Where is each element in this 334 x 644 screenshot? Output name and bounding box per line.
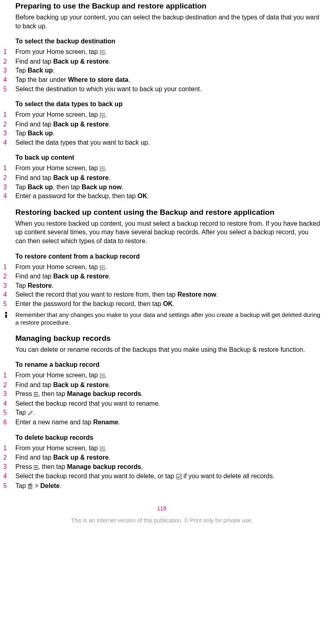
step-number: 1 <box>3 164 7 173</box>
step-text: From your Home screen, tap <box>15 165 100 171</box>
step-bold: Back up <box>28 130 53 137</box>
step-text: From your Home screen, tap <box>15 372 100 379</box>
svg-point-31 <box>102 267 103 268</box>
svg-point-22 <box>102 168 103 169</box>
step-bold: Rename <box>93 419 118 426</box>
step-number: 3 <box>3 281 7 290</box>
step-text: Select the data types that you want to b… <box>15 139 150 146</box>
svg-point-10 <box>102 113 103 114</box>
step-text: Tap <box>15 282 28 289</box>
step-text: Find and tap <box>15 174 53 181</box>
step-number: 4 <box>3 75 7 84</box>
list-item: 2 Find and tap Back up & restore. <box>3 453 320 462</box>
pencil-icon <box>28 409 33 417</box>
svg-rect-47 <box>34 392 38 393</box>
sub-rename-record: To rename a backup record <box>3 361 320 368</box>
list-item: 2 Find and tap Back up & restore. <box>3 272 320 281</box>
note-restore-warning: Remember that any changes you make to yo… <box>3 311 320 327</box>
sub-select-data-types: To select the data types to back up <box>3 101 320 108</box>
svg-rect-60 <box>34 467 38 468</box>
step-text: . <box>108 174 110 181</box>
svg-rect-37 <box>5 315 7 318</box>
menu-icon <box>34 463 38 472</box>
menu-icon <box>34 390 38 399</box>
svg-point-56 <box>100 450 101 451</box>
step-text: Select the destination to which you want… <box>15 86 202 92</box>
step-text: From your Home screen, tap <box>15 445 100 451</box>
step-text: . <box>105 445 106 451</box>
step-number: 5 <box>3 481 7 490</box>
step-bold: Where to store data <box>68 76 128 83</box>
step-number: 3 <box>3 66 7 75</box>
step-bold: Delete <box>40 482 60 489</box>
apps-grid-icon <box>100 263 105 272</box>
svg-point-50 <box>100 446 101 447</box>
step-bold: Back up & restore <box>53 58 108 65</box>
step-bold: Back up now <box>82 184 122 190</box>
svg-point-54 <box>102 448 103 449</box>
step-text: Find and tap <box>15 121 53 128</box>
para-managing: You can delete or rename records of the … <box>3 345 320 354</box>
step-bold: Manage backup records <box>67 463 141 470</box>
step-number: 1 <box>3 110 7 119</box>
svg-point-6 <box>100 54 101 55</box>
steps-select-data-types: 1 From your Home screen, tap . 2 Find an… <box>3 110 320 147</box>
svg-point-13 <box>102 115 103 116</box>
step-text: . <box>128 76 130 83</box>
step-number: 1 <box>3 263 7 272</box>
step-bold: OK <box>138 193 147 199</box>
svg-point-15 <box>100 117 101 118</box>
step-text: . <box>105 263 106 270</box>
step-number: 5 <box>3 85 7 94</box>
list-item: 5 Tap > Delete. <box>3 481 320 491</box>
step-text: . <box>105 48 106 55</box>
step-text: . <box>53 130 55 137</box>
step-text: if you want to delete all records. <box>182 473 274 479</box>
sub-delete-records: To delete backup records <box>3 434 320 441</box>
step-text: . <box>118 419 120 426</box>
step-number: 2 <box>3 453 7 462</box>
svg-point-1 <box>102 50 103 51</box>
svg-point-24 <box>100 170 101 171</box>
apps-grid-icon <box>100 48 105 57</box>
step-number: 2 <box>3 272 7 281</box>
step-number: 2 <box>3 173 7 182</box>
svg-point-16 <box>102 117 103 118</box>
svg-point-30 <box>100 267 101 268</box>
warning-icon <box>3 311 15 319</box>
step-text: . <box>105 111 106 118</box>
list-item: 5 Select the destination to which you wa… <box>3 85 320 94</box>
svg-point-28 <box>102 265 103 266</box>
step-text: Find and tap <box>15 58 53 65</box>
step-number: 1 <box>3 444 7 453</box>
trash-icon <box>28 482 33 491</box>
para-restoring: When you restore backed up content, you … <box>3 219 320 246</box>
step-text: . <box>147 193 149 199</box>
step-text: Press <box>15 390 34 397</box>
step-text: . <box>108 454 110 461</box>
list-item: 1 From your Home screen, tap . <box>3 164 320 173</box>
step-text: Find and tap <box>15 454 53 461</box>
svg-rect-65 <box>30 484 31 484</box>
sub-restore-from-record: To restore content from a backup record <box>3 253 320 260</box>
svg-point-41 <box>100 375 101 377</box>
step-number: 6 <box>3 418 7 427</box>
list-item: 3 Tap Restore. <box>3 281 320 290</box>
svg-point-42 <box>102 375 103 377</box>
list-item: 3 Press , then tap Manage backup records… <box>3 462 320 472</box>
svg-point-19 <box>102 167 103 168</box>
sub-select-destination: To select the backup destination <box>3 38 320 45</box>
step-number: 1 <box>3 371 7 380</box>
step-number: 3 <box>3 389 7 398</box>
list-item: 4 Select the data types that you want to… <box>3 138 320 147</box>
heading-preparing: Preparing to use the Backup and restore … <box>3 2 320 11</box>
step-text: . <box>141 390 143 397</box>
svg-rect-49 <box>34 396 38 397</box>
list-item: 1 From your Home screen, tap . <box>3 444 320 453</box>
step-number: 5 <box>3 300 7 308</box>
step-text: Tap <box>15 130 28 137</box>
svg-point-25 <box>102 170 103 171</box>
step-number: 2 <box>3 381 7 389</box>
step-number: 3 <box>3 183 7 192</box>
step-bold: Back up & restore <box>53 454 108 461</box>
